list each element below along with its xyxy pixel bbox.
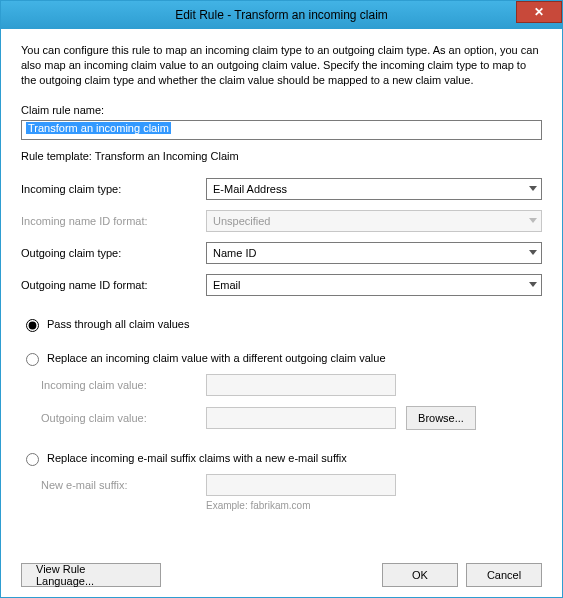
suffix-example-text: Example: fabrikam.com	[206, 500, 542, 511]
claim-rule-name-value: Transform an incoming claim	[26, 122, 171, 134]
radio-replace-suffix-label: Replace incoming e-mail suffix claims wi…	[47, 452, 347, 464]
dialog-window: Edit Rule - Transform an incoming claim …	[0, 0, 563, 598]
radio-passthrough-input[interactable]	[26, 319, 39, 332]
close-icon: ✕	[534, 5, 544, 19]
outgoing-claim-type-label: Outgoing claim type:	[21, 247, 206, 259]
incoming-nameid-format-value: Unspecified	[213, 215, 270, 227]
radio-replace-value-input[interactable]	[26, 353, 39, 366]
ok-button[interactable]: OK	[382, 563, 458, 587]
incoming-claim-value-input	[206, 374, 396, 396]
chevron-down-icon	[529, 218, 537, 223]
outgoing-claim-value-label: Outgoing claim value:	[41, 412, 206, 424]
outgoing-nameid-format-label: Outgoing name ID format:	[21, 279, 206, 291]
window-title: Edit Rule - Transform an incoming claim	[175, 8, 388, 22]
outgoing-claim-value-input	[206, 407, 396, 429]
claim-rule-name-input[interactable]: Transform an incoming claim	[21, 120, 542, 140]
titlebar: Edit Rule - Transform an incoming claim …	[1, 1, 562, 29]
incoming-claim-type-label: Incoming claim type:	[21, 183, 206, 195]
cancel-button[interactable]: Cancel	[466, 563, 542, 587]
browse-button-label: Browse...	[418, 412, 464, 424]
dialog-content: You can configure this rule to map an in…	[1, 29, 562, 597]
radio-replace-suffix-input[interactable]	[26, 453, 39, 466]
view-rule-language-button[interactable]: View Rule Language...	[21, 563, 161, 587]
outgoing-claim-type-value: Name ID	[213, 247, 256, 259]
incoming-claim-value-label: Incoming claim value:	[41, 379, 206, 391]
close-button[interactable]: ✕	[516, 1, 562, 23]
incoming-claim-type-value: E-Mail Address	[213, 183, 287, 195]
cancel-button-label: Cancel	[487, 569, 521, 581]
dialog-footer: View Rule Language... OK Cancel	[21, 555, 542, 587]
outgoing-claim-type-select[interactable]: Name ID	[206, 242, 542, 264]
radio-passthrough[interactable]: Pass through all claim values	[21, 316, 542, 332]
intro-text: You can configure this rule to map an in…	[21, 43, 542, 88]
incoming-claim-type-select[interactable]: E-Mail Address	[206, 178, 542, 200]
radio-passthrough-label: Pass through all claim values	[47, 318, 189, 330]
new-email-suffix-label: New e-mail suffix:	[41, 479, 206, 491]
radio-replace-value[interactable]: Replace an incoming claim value with a d…	[21, 350, 542, 366]
incoming-nameid-format-select: Unspecified	[206, 210, 542, 232]
new-email-suffix-input	[206, 474, 396, 496]
outgoing-nameid-format-select[interactable]: Email	[206, 274, 542, 296]
outgoing-nameid-format-value: Email	[213, 279, 241, 291]
chevron-down-icon	[529, 282, 537, 287]
ok-button-label: OK	[412, 569, 428, 581]
incoming-nameid-format-label: Incoming name ID format:	[21, 215, 206, 227]
radio-replace-suffix[interactable]: Replace incoming e-mail suffix claims wi…	[21, 450, 542, 466]
claim-rule-name-label: Claim rule name:	[21, 104, 542, 116]
chevron-down-icon	[529, 186, 537, 191]
chevron-down-icon	[529, 250, 537, 255]
view-rule-language-label: View Rule Language...	[36, 563, 146, 587]
rule-template-text: Rule template: Transform an Incoming Cla…	[21, 150, 542, 162]
browse-button[interactable]: Browse...	[406, 406, 476, 430]
radio-replace-value-label: Replace an incoming claim value with a d…	[47, 352, 386, 364]
